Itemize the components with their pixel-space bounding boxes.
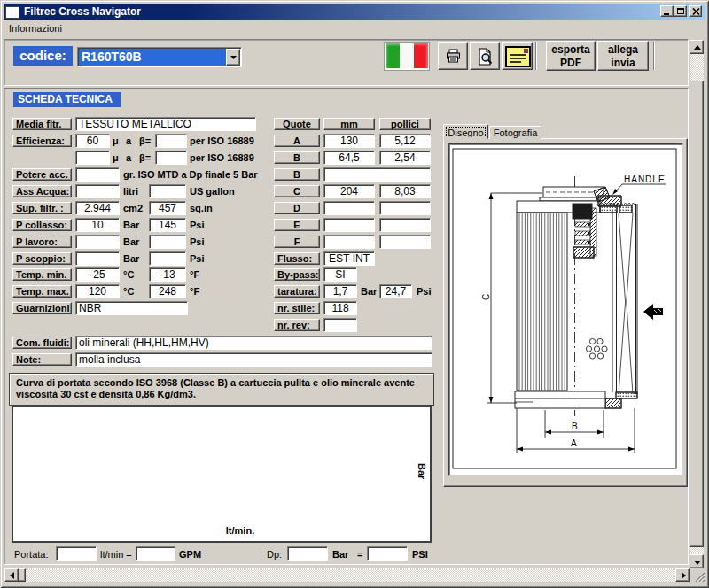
svg-text:C: C: [481, 294, 491, 300]
svg-text:A: A: [571, 438, 577, 448]
svg-text:B: B: [572, 422, 578, 431]
svg-text:HANDLE: HANDLE: [624, 174, 666, 184]
